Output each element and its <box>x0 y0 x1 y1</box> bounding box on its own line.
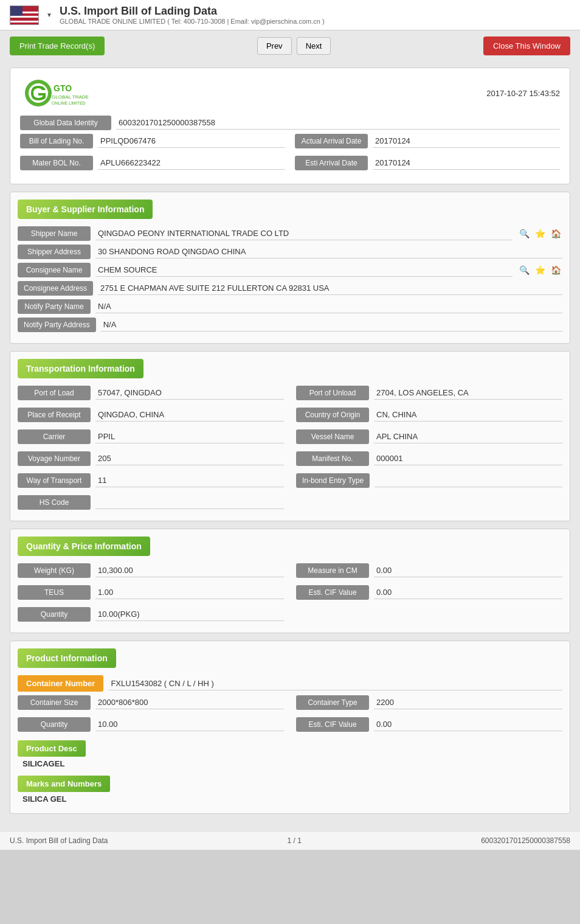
buyer-supplier-section: Buyer & Supplier Information Shipper Nam… <box>10 192 570 344</box>
container-type-label: Container Type <box>296 695 369 710</box>
transportation-header: Transportation Information <box>18 359 143 378</box>
prev-button[interactable]: Prev <box>257 37 292 55</box>
hs-code-value <box>95 496 284 509</box>
esti-cif-row: Esti. CIF Value 0.00 <box>296 585 562 600</box>
app-title: U.S. Import Bill of Lading Data <box>60 5 570 18</box>
global-data-value: 600320170125000038755​8 <box>116 116 560 130</box>
country-of-origin-label: Country of Origin <box>296 408 369 422</box>
teus-value: 1.00 <box>95 586 284 599</box>
place-of-receipt-label: Place of Receipt <box>18 408 91 422</box>
logo-svg: GTO GLOBAL TRADE ONLINE LIMITED <box>20 78 93 108</box>
bol-row: Bill of Lading No. PPILQD067476 Actual A… <box>20 134 560 152</box>
teus-row: TEUS 1.00 <box>18 585 284 600</box>
quantity-price-header: Quantity & Price Information <box>18 537 150 556</box>
shipper-search-icon[interactable]: 🔍 <box>517 227 531 240</box>
global-data-label: Global Data Identity <box>20 116 111 130</box>
esti-arrival-field: Esti Arrival Date 20170124 <box>295 156 560 170</box>
shipper-address-row: Shipper Address 30 SHANDONG ROAD QINGDAO… <box>18 245 562 259</box>
footer-right: 600320170125000038755​8 <box>481 836 570 845</box>
app-subtitle: GLOBAL TRADE ONLINE LIMITED ( Tel: 400-7… <box>60 18 570 25</box>
print-button[interactable]: Print Trade Record(s) <box>10 36 105 55</box>
shipper-address-value: 30 SHANDONG ROAD QINGDAO CHINA <box>95 245 562 259</box>
consignee-name-row: Consignee Name CHEM SOURCE 🔍 ⭐ 🏠 <box>18 263 562 277</box>
shipper-name-row: Shipper Name QINGDAO PEONY INTERNATIONAL… <box>18 226 562 241</box>
way-of-transport-value: 11 <box>95 474 284 487</box>
marks-numbers-button[interactable]: Marks and Numbers <box>18 776 110 792</box>
hs-code-label: HS Code <box>18 495 91 510</box>
consignee-star-icon[interactable]: ⭐ <box>533 263 547 277</box>
way-of-transport-row: Way of Transport 11 <box>18 473 284 488</box>
notify-party-address-value: N/A <box>101 318 562 332</box>
consignee-name-value: CHEM SOURCE <box>95 263 513 277</box>
notify-party-address-label: Notify Party Address <box>18 318 96 332</box>
marks-numbers-value: SILICA GEL <box>18 792 562 806</box>
port-of-unload-value: 2704, LOS ANGELES, CA <box>374 386 562 400</box>
port-of-load-row: Port of Load 57047, QINGDAO <box>18 386 284 400</box>
quantity-row: Quantity 10.00(PKG) <box>18 607 284 622</box>
quantity-value: 10.00(PKG) <box>95 608 284 621</box>
port-of-unload-row: Port of Unload 2704, LOS ANGELES, CA <box>296 386 562 400</box>
marks-numbers-container: Marks and Numbers SILICA GEL <box>18 776 562 806</box>
main-content: GTO GLOBAL TRADE ONLINE LIMITED 2017-10-… <box>0 61 580 831</box>
shipper-star-icon[interactable]: ⭐ <box>533 227 547 240</box>
shipper-name-label: Shipper Name <box>18 226 91 241</box>
consignee-name-label: Consignee Name <box>18 263 91 277</box>
notify-party-address-row: Notify Party Address N/A <box>18 318 562 332</box>
container-size-label: Container Size <box>18 695 91 710</box>
esti-cif-value: 0.00 <box>374 586 562 599</box>
quantity-label: Quantity <box>18 607 91 622</box>
bol-label: Bill of Lading No. <box>20 134 93 148</box>
manifest-no-label: Manifest No. <box>296 451 369 466</box>
shipper-home-icon[interactable]: 🏠 <box>549 227 562 240</box>
mater-bol-row: Mater BOL No. APLU666223422 Esti Arrival… <box>20 156 560 174</box>
consignee-address-value: 2751 E CHAPMAN AVE SUITE 212 FULLERTON C… <box>98 282 562 295</box>
voyage-number-value: 205 <box>95 452 284 465</box>
container-number-button[interactable]: Container Number <box>18 675 103 692</box>
product-esti-cif-value: 0.00 <box>374 718 562 731</box>
vessel-name-label: Vessel Name <box>296 429 369 444</box>
dropdown-arrow[interactable]: ▼ <box>46 12 52 18</box>
identity-card: GTO GLOBAL TRADE ONLINE LIMITED 2017-10-… <box>10 68 570 184</box>
product-grid: Container Size 2000*806*800 Container Ty… <box>18 695 562 735</box>
country-of-origin-row: Country of Origin CN, CHINA <box>296 408 562 422</box>
inbond-entry-label: In-bond Entry Type <box>296 473 370 488</box>
container-type-row: Container Type 2200 <box>296 695 562 710</box>
shipper-address-label: Shipper Address <box>18 245 91 259</box>
vessel-name-row: Vessel Name APL CHINA <box>296 429 562 444</box>
mater-bol-field: Mater BOL No. APLU666223422 <box>20 156 285 170</box>
actual-arrival-label: Actual Arrival Date <box>295 134 368 148</box>
svg-text:GTO: GTO <box>54 83 72 93</box>
next-button[interactable]: Next <box>297 37 331 55</box>
top-bar: ▼ U.S. Import Bill of Lading Data GLOBAL… <box>0 0 580 30</box>
voyage-number-row: Voyage Number 205 <box>18 451 284 466</box>
consignee-address-label: Consignee Address <box>18 281 93 296</box>
carrier-label: Carrier <box>18 429 91 444</box>
close-button[interactable]: Close This Window <box>483 36 570 55</box>
measure-cm-label: Measure in CM <box>296 563 369 578</box>
product-quantity-row: Quantity 10.00 <box>18 717 284 732</box>
hs-code-row: HS Code <box>18 495 284 510</box>
actual-arrival-field: Actual Arrival Date 20170124 <box>295 134 560 148</box>
timestamp: 2017-10-27 15:43:52 <box>486 89 560 98</box>
svg-text:ONLINE LIMITED: ONLINE LIMITED <box>52 101 86 105</box>
vessel-name-value: APL CHINA <box>374 430 562 443</box>
mater-bol-label: Mater BOL No. <box>20 156 93 170</box>
place-of-receipt-row: Place of Receipt QINGDAO, CHINA <box>18 408 284 422</box>
carrier-row: Carrier PPIL <box>18 429 284 444</box>
consignee-home-icon[interactable]: 🏠 <box>549 263 562 277</box>
shipper-icons: 🔍 ⭐ 🏠 <box>517 227 562 240</box>
consignee-address-row: Consignee Address 2751 E CHAPMAN AVE SUI… <box>18 281 562 296</box>
buyer-supplier-header: Buyer & Supplier Information <box>18 200 153 219</box>
container-type-value: 2200 <box>374 696 562 709</box>
product-esti-cif-label: Esti. CIF Value <box>296 717 369 732</box>
product-info-header: Product Information <box>18 648 116 668</box>
consignee-search-icon[interactable]: 🔍 <box>517 263 531 277</box>
logo-area: GTO GLOBAL TRADE ONLINE LIMITED <box>20 78 93 108</box>
notify-party-name-label: Notify Party Name <box>18 299 91 314</box>
esti-arrival-label: Esti Arrival Date <box>295 156 368 170</box>
product-info-section: Product Information Container Number FXL… <box>10 641 570 814</box>
manifest-no-value: 000001 <box>374 452 562 465</box>
esti-arrival-value: 20170124 <box>373 156 560 170</box>
inbond-entry-row: In-bond Entry Type <box>296 473 562 488</box>
product-desc-button[interactable]: Product Desc <box>18 740 86 757</box>
